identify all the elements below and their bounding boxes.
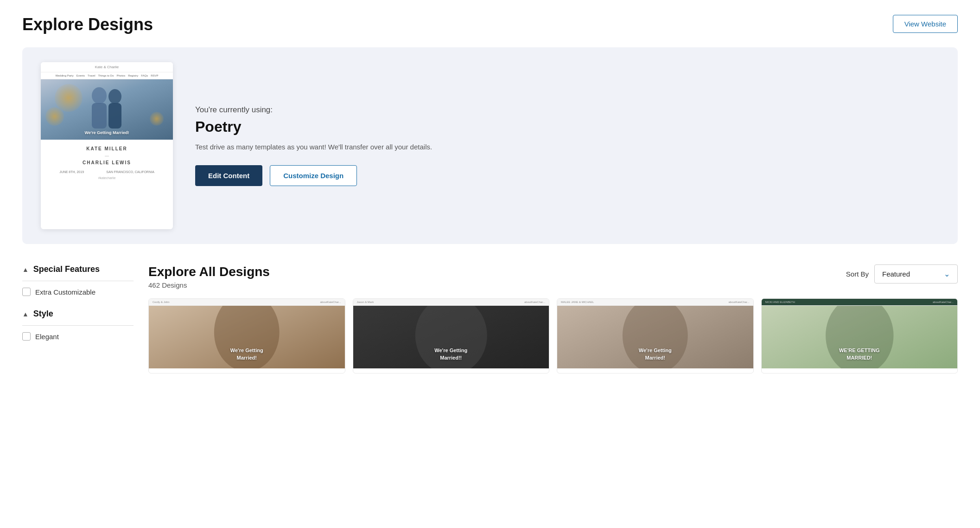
couple-silhouette-svg <box>82 82 133 137</box>
svg-rect-3 <box>108 103 121 129</box>
design-card-1-image: Cecily & John aboutKateChar... <box>149 299 345 373</box>
design-card-2-overlay-text: We're GettingMarried!! <box>434 347 467 361</box>
design-card-4-image: NICKI AND ELIZABETH aboutKateChar... <box>762 299 958 373</box>
preview-lower-section: KATE MILLER — CHARLIE LEWIS JUNE 8TH, 20… <box>41 140 173 185</box>
design-card-4-overlay-text: WE'RE GETTINGMARRIED! <box>839 347 880 361</box>
svg-point-0 <box>92 87 107 104</box>
sidebar-section-style: ▲ Style Elegant <box>22 309 134 341</box>
sidebar-divider-1 <box>22 281 134 281</box>
page-header: Explore Designs View Website <box>22 15 958 34</box>
design-card-4-photo: WE'RE GETTINGMARRIED! <box>762 306 958 368</box>
template-description: Test drive as many templates as you want… <box>195 142 939 153</box>
gold-splash-1 <box>55 84 83 112</box>
sidebar-section-title-special-features: Special Features <box>33 264 100 274</box>
chevron-up-icon-style: ▲ <box>22 310 29 318</box>
template-name: Poetry <box>195 118 939 135</box>
checkbox-elegant[interactable]: Elegant <box>22 332 134 341</box>
design-card-2-nav: Jason & Mark aboutKateChar... <box>353 299 549 306</box>
design-card-1-photo: We're GettingMarried! <box>149 306 345 368</box>
sidebar-section-header-special-features[interactable]: ▲ Special Features <box>22 264 134 274</box>
gold-splash-3 <box>150 112 164 126</box>
design-card-3-photo: We're GettingMarried! <box>557 306 753 368</box>
preview-hero-image: We're Getting Married! <box>41 79 173 140</box>
design-card-1-overlay-text: We're GettingMarried! <box>230 347 263 361</box>
explore-section: ▲ Special Features Extra Customizable ▲ … <box>22 264 958 373</box>
sort-dropdown[interactable]: Featured ⌄ <box>874 264 958 283</box>
sort-by-container: Sort By Featured ⌄ <box>846 264 958 283</box>
designs-grid: Cecily & John aboutKateChar... <box>148 298 958 373</box>
design-card-3[interactable]: MALEE JANE & MICHAEL aboutKateChar... <box>557 298 754 373</box>
preview-top-bar: Kate & Charlie <box>41 62 173 72</box>
chevron-up-icon: ▲ <box>22 266 29 273</box>
preview-couple-name-top: Kate & Charlie <box>95 65 119 69</box>
preview-name1: KATE MILLER <box>48 145 165 153</box>
sort-by-label: Sort By <box>846 270 869 278</box>
sidebar-section-title-style: Style <box>33 309 53 319</box>
preview-divider: — <box>48 154 165 158</box>
sort-dropdown-value: Featured <box>882 270 910 278</box>
template-preview: Kate & Charlie Wedding Party Events Trav… <box>41 62 173 229</box>
design-card-3-image: MALEE JANE & MICHAEL aboutKateChar... <box>557 299 753 373</box>
design-card-4[interactable]: NICKI AND ELIZABETH aboutKateChar... <box>761 298 958 373</box>
checkbox-elegant-label: Elegant <box>35 333 59 341</box>
template-info: You're currently using: Poetry Test driv… <box>195 105 939 187</box>
checkbox-elegant-box[interactable] <box>22 332 31 341</box>
customize-design-button[interactable]: Customize Design <box>270 165 357 186</box>
checkbox-extra-customizable[interactable]: Extra Customizable <box>22 288 134 296</box>
design-card-1-nav: Cecily & John aboutKateChar... <box>149 299 345 306</box>
main-content: Explore All Designs 462 Designs Sort By … <box>148 264 958 373</box>
checkbox-extra-customizable-box[interactable] <box>22 288 31 296</box>
preview-nav: Wedding Party Events Travel Things to Do… <box>41 72 173 79</box>
preview-hashtag: #katecharlie <box>48 176 165 180</box>
chevron-down-icon: ⌄ <box>944 270 950 278</box>
edit-content-button[interactable]: Edit Content <box>195 165 262 186</box>
design-card-2-photo: We're GettingMarried!! <box>353 306 549 368</box>
svg-rect-1 <box>92 103 107 129</box>
gold-splash-2 <box>45 107 64 126</box>
current-template-card: Kate & Charlie Wedding Party Events Trav… <box>22 47 958 244</box>
explore-header: Explore All Designs 462 Designs Sort By … <box>148 264 958 289</box>
sidebar-divider-2 <box>22 325 134 326</box>
designs-count: 462 Designs <box>148 281 270 289</box>
template-actions: Edit Content Customize Design <box>195 165 939 186</box>
sidebar: ▲ Special Features Extra Customizable ▲ … <box>22 264 134 373</box>
preview-date: JUNE 8TH, 2019 <box>59 170 84 174</box>
design-card-1[interactable]: Cecily & John aboutKateChar... <box>148 298 345 373</box>
explore-all-designs-title: Explore All Designs <box>148 264 270 279</box>
sidebar-section-header-style[interactable]: ▲ Style <box>22 309 134 319</box>
design-card-4-nav: NICKI AND ELIZABETH aboutKateChar... <box>762 299 958 306</box>
explore-title-block: Explore All Designs 462 Designs <box>148 264 270 289</box>
design-card-2-image: Jason & Mark aboutKateChar... <box>353 299 549 373</box>
preview-location: SAN FRANCISCO, CALIFORNIA <box>106 170 154 174</box>
svg-point-2 <box>108 89 121 104</box>
preview-overlay-text: We're Getting Married! <box>85 130 129 135</box>
checkbox-extra-customizable-label: Extra Customizable <box>35 288 95 296</box>
view-website-button[interactable]: View Website <box>893 15 958 33</box>
currently-using-label: You're currently using: <box>195 105 939 115</box>
design-card-3-overlay-text: We're GettingMarried! <box>639 347 672 361</box>
design-card-2[interactable]: Jason & Mark aboutKateChar... <box>353 298 550 373</box>
preview-name2: CHARLIE LEWIS <box>48 159 165 167</box>
sidebar-section-special-features: ▲ Special Features Extra Customizable <box>22 264 134 296</box>
preview-details: JUNE 8TH, 2019 SAN FRANCISCO, CALIFORNIA <box>48 170 165 174</box>
page-title: Explore Designs <box>22 15 153 34</box>
design-card-3-nav: MALEE JANE & MICHAEL aboutKateChar... <box>557 299 753 306</box>
